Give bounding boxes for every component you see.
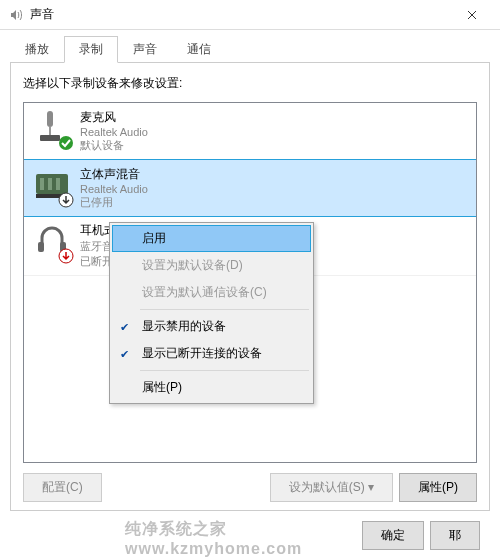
menu-properties[interactable]: 属性(P)	[112, 374, 311, 401]
instruction-text: 选择以下录制设备来修改设置:	[23, 75, 477, 92]
disconnect-red-icon	[58, 248, 74, 264]
cancel-button[interactable]: 耶	[430, 521, 480, 550]
titlebar: 声音	[0, 0, 500, 30]
device-item-stereomix[interactable]: 立体声混音 Realtek Audio 已停用	[23, 159, 477, 217]
device-name: 麦克风	[80, 109, 148, 126]
svg-rect-7	[56, 178, 60, 190]
device-status: 已停用	[80, 195, 148, 210]
svg-rect-0	[47, 111, 53, 127]
menu-show-disabled[interactable]: ✔ 显示禁用的设备	[112, 313, 311, 340]
menu-set-default[interactable]: 设置为默认设备(D)	[112, 252, 311, 279]
dialog-button-row: 确定 耶	[10, 511, 490, 550]
configure-button[interactable]: 配置(C)	[23, 473, 102, 502]
tab-playback[interactable]: 播放	[10, 36, 64, 63]
svg-rect-6	[48, 178, 52, 190]
context-menu: 启用 设置为默认设备(D) 设置为默认通信设备(C) ✔ 显示禁用的设备 ✔ 显…	[109, 222, 314, 404]
sound-icon	[8, 7, 24, 23]
svg-rect-10	[38, 242, 44, 252]
menu-separator	[140, 309, 309, 310]
chevron-down-icon: ▾	[368, 480, 374, 494]
svg-rect-1	[49, 127, 51, 135]
default-check-icon	[58, 135, 74, 151]
check-icon: ✔	[120, 320, 129, 333]
menu-enable[interactable]: 启用	[112, 225, 311, 252]
svg-rect-2	[40, 135, 60, 141]
properties-button[interactable]: 属性(P)	[399, 473, 477, 502]
menu-show-disconnected[interactable]: ✔ 显示已断开连接的设备	[112, 340, 311, 367]
device-item-microphone[interactable]: 麦克风 Realtek Audio 默认设备	[24, 103, 476, 160]
headset-icon	[32, 222, 72, 262]
set-default-button[interactable]: 设为默认值(S) ▾	[270, 473, 393, 502]
device-name: 立体声混音	[80, 166, 148, 183]
svg-rect-5	[40, 178, 44, 190]
menu-separator	[140, 370, 309, 371]
ok-button[interactable]: 确定	[362, 521, 424, 550]
tab-sounds[interactable]: 声音	[118, 36, 172, 63]
check-icon: ✔	[120, 347, 129, 360]
disabled-down-icon	[58, 192, 74, 208]
window-title: 声音	[30, 6, 452, 23]
tab-recording[interactable]: 录制	[64, 36, 118, 63]
panel-button-row: 配置(C) 设为默认值(S) ▾ 属性(P)	[23, 473, 477, 502]
mixer-icon	[32, 166, 72, 206]
device-vendor: Realtek Audio	[80, 126, 148, 138]
tab-bar: 播放 录制 声音 通信	[10, 36, 490, 63]
close-button[interactable]	[452, 0, 492, 30]
tab-communications[interactable]: 通信	[172, 36, 226, 63]
device-vendor: Realtek Audio	[80, 183, 148, 195]
svg-point-3	[59, 136, 73, 150]
microphone-icon	[32, 109, 72, 149]
device-status: 默认设备	[80, 138, 148, 153]
menu-set-default-comm[interactable]: 设置为默认通信设备(C)	[112, 279, 311, 306]
